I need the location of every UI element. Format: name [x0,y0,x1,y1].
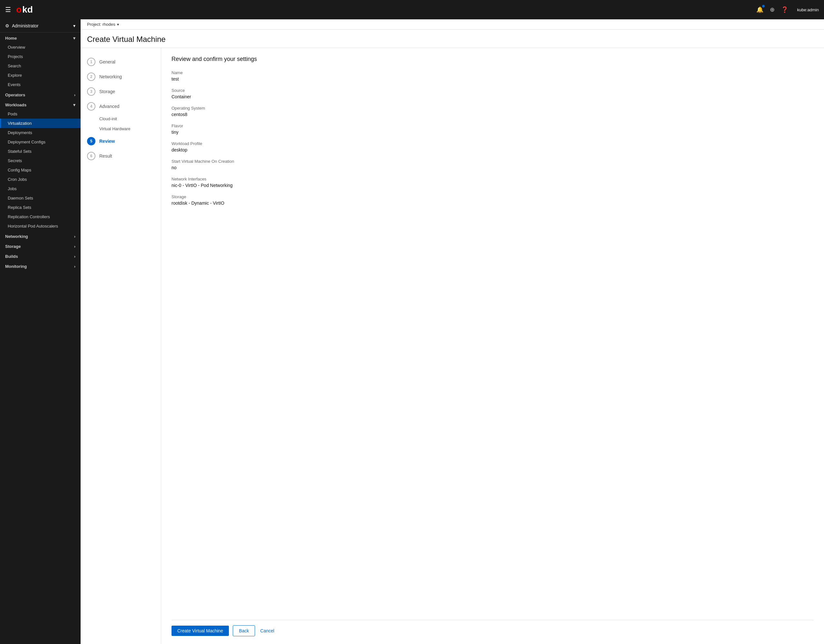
sidebar-section-networking-header[interactable]: Networking › [0,231,81,241]
wizard-content-area: Review and confirm your settings Name te… [161,48,824,644]
sidebar-section-networking: Networking › [0,231,81,241]
sidebar-item-jobs[interactable]: Jobs [0,184,81,194]
wizard-footer: Create Virtual Machine Back Cancel [172,620,814,636]
sidebar-item-cron-jobs[interactable]: Cron Jobs [0,175,81,184]
review-field-start-vm-label: Start Virtual Machine On Creation [172,159,814,164]
sidebar-item-search[interactable]: Search [0,61,81,71]
wizard-content-inner: Review and confirm your settings Name te… [172,56,814,620]
page-header: Create Virtual Machine [81,30,824,48]
wizard-step-3-number: 3 [87,88,95,96]
sidebar-builds-label: Builds [5,254,18,259]
wizard-step-review[interactable]: 5 Review [81,134,161,149]
review-field-network-interfaces-value: nic-0 - VirtIO - Pod Networking [172,183,814,188]
review-field-os-value: centos8 [172,112,814,117]
notification-badge [762,5,765,8]
sidebar-item-deployments[interactable]: Deployments [0,128,81,137]
sidebar-item-pods[interactable]: Pods [0,109,81,118]
sidebar-item-events[interactable]: Events [0,80,81,89]
wizard-step-2-label: Networking [99,74,122,79]
review-field-workload-profile: Workload Profile desktop [172,141,814,152]
review-field-name-value: test [172,76,814,81]
wizard-step-5-label: Review [99,138,115,144]
sidebar-section-workloads-header[interactable]: Workloads ▾ [0,99,81,109]
add-icon[interactable]: ⊕ [770,6,775,13]
hamburger-menu[interactable]: ☰ [5,6,11,14]
builds-chevron-icon: › [74,254,75,259]
user-menu[interactable]: kube:admin [797,8,819,12]
cancel-button[interactable]: Cancel [259,626,276,636]
sidebar-item-horizontal-pod-autoscalers[interactable]: Horizontal Pod Autoscalers [0,221,81,231]
wizard-step-2-number: 2 [87,72,95,81]
main-content: Project: rhodes ▾ Create Virtual Machine… [81,19,824,644]
sidebar-item-stateful-sets[interactable]: Stateful Sets [0,147,81,156]
back-button[interactable]: Back [233,625,255,636]
logo-kd: kd [22,5,33,15]
help-icon[interactable]: ❓ [781,6,788,13]
sidebar-operators-label: Operators [5,92,25,97]
monitoring-chevron-icon: › [74,264,75,269]
review-field-flavor: Flavor tiny [172,123,814,135]
review-field-source-value: Container [172,94,814,99]
wizard-container: 1 General 2 Networking 3 Storage 4 Advan… [81,48,824,644]
review-field-storage-label: Storage [172,194,814,199]
sidebar-item-daemon-sets[interactable]: Daemon Sets [0,194,81,203]
sidebar-home-label: Home [5,36,17,41]
sidebar-section-monitoring-header[interactable]: Monitoring › [0,261,81,271]
sidebar-item-replication-controllers[interactable]: Replication Controllers [0,212,81,221]
sidebar-item-secrets[interactable]: Secrets [0,156,81,165]
wizard-step-general[interactable]: 1 General [81,54,161,69]
sidebar-item-explore[interactable]: Explore [0,71,81,80]
review-field-start-vm: Start Virtual Machine On Creation no [172,159,814,170]
project-dropdown-icon[interactable]: ▾ [117,22,119,27]
sidebar-section-operators: Operators › [0,89,81,99]
wizard-step-advanced[interactable]: 4 Advanced [81,99,161,114]
sidebar-item-overview[interactable]: Overview [0,43,81,52]
sidebar-item-replica-sets[interactable]: Replica Sets [0,203,81,212]
sidebar-section-storage-header[interactable]: Storage › [0,241,81,251]
review-field-name: Name test [172,70,814,81]
home-chevron-icon: ▾ [73,36,75,41]
wizard-step-5-number: 5 [87,137,95,145]
review-field-flavor-label: Flavor [172,123,814,128]
sidebar-section-storage: Storage › [0,241,81,251]
page-title: Create Virtual Machine [87,35,818,44]
review-field-storage: Storage rootdisk - Dynamic - VirtIO [172,194,814,206]
operators-chevron-icon: › [74,92,75,97]
wizard-step-3-label: Storage [99,89,115,94]
wizard-nav: 1 General 2 Networking 3 Storage 4 Advan… [81,48,161,644]
wizard-step-storage[interactable]: 3 Storage [81,84,161,99]
review-field-workload-profile-value: desktop [172,147,814,152]
review-field-flavor-value: tiny [172,129,814,135]
review-field-os: Operating System centos8 [172,106,814,117]
notifications-icon[interactable]: 🔔 [756,6,763,13]
storage-chevron-icon: › [74,244,75,249]
wizard-sub-step-cloud-init[interactable]: Cloud-init [81,114,161,124]
sidebar-item-projects[interactable]: Projects [0,52,81,61]
create-vm-button[interactable]: Create Virtual Machine [172,626,229,636]
review-field-os-label: Operating System [172,106,814,111]
review-field-workload-profile-label: Workload Profile [172,141,814,146]
sidebar-section-builds: Builds › [0,251,81,261]
review-field-network-interfaces: Network Interfaces nic-0 - VirtIO - Pod … [172,177,814,188]
wizard-step-6-label: Result [99,154,112,158]
review-field-source-label: Source [172,88,814,93]
wizard-step-networking[interactable]: 2 Networking [81,69,161,84]
sidebar-item-virtualization[interactable]: Virtualization [0,118,81,128]
wizard-step-result[interactable]: 6 Result [81,149,161,163]
role-selector[interactable]: ⚙ Administrator ▾ [0,19,81,32]
sidebar-section-home-header[interactable]: Home ▾ [0,32,81,43]
sidebar-item-config-maps[interactable]: Config Maps [0,165,81,175]
sidebar-section-operators-header[interactable]: Operators › [0,89,81,99]
sidebar-networking-label: Networking [5,234,28,239]
wizard-sub-step-virtual-hardware[interactable]: Virtual Hardware [81,124,161,134]
project-bar: Project: rhodes ▾ [81,19,824,30]
sidebar-section-builds-header[interactable]: Builds › [0,251,81,261]
app-body: ⚙ Administrator ▾ Home ▾ Overview Projec… [0,19,824,644]
sidebar-item-deployment-configs[interactable]: Deployment Configs [0,137,81,147]
logo-o: o [16,5,22,15]
review-field-source: Source Container [172,88,814,99]
sidebar-monitoring-label: Monitoring [5,264,27,269]
project-label: Project: rhodes [87,22,115,27]
sidebar-section-home: Home ▾ Overview Projects Search Explore … [0,32,81,89]
wizard-step-6-number: 6 [87,152,95,160]
